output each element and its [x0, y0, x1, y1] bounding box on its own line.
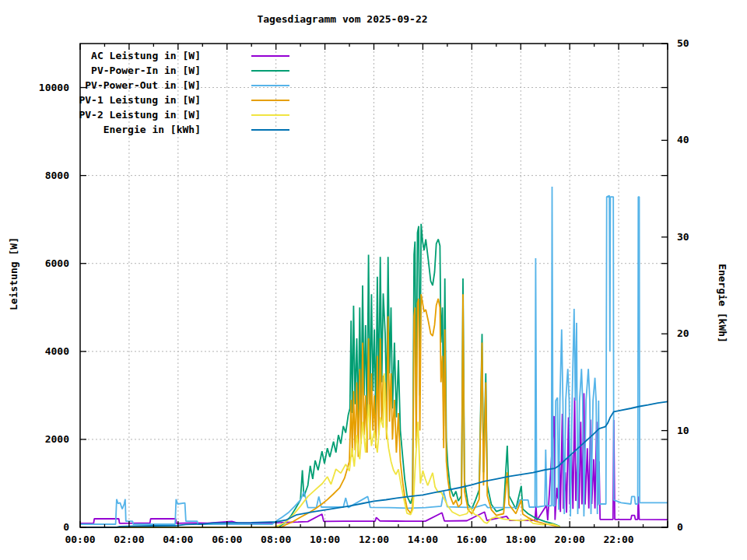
x-tick-label: 20:00: [555, 534, 585, 545]
x-tick-label: 14:00: [408, 534, 438, 545]
x-tick-label: 10:00: [310, 534, 340, 545]
y-left-tick-label: 2000: [45, 433, 69, 445]
y-left-tick-label: 10000: [39, 82, 69, 93]
y-right-tick-label: 40: [677, 134, 689, 145]
x-tick-label: 18:00: [506, 534, 536, 545]
x-tick-label: 12:00: [359, 534, 389, 545]
x-tick-label: 22:00: [604, 534, 634, 545]
legend-label-ac: AC Leistung in [W]: [91, 50, 201, 61]
y-right-tick-label: 30: [677, 231, 689, 243]
screenshot-root: { "title": "Tagesdiagramm vom 2025-09-22…: [0, 0, 747, 560]
legend-label-pv_power_out: PV-Power-Out in [W]: [85, 79, 201, 91]
x-tick-label: 08:00: [261, 534, 291, 545]
series-line-pv_power_in: [80, 224, 560, 527]
legend-label-pv1: PV-1 Leistung in [W]: [79, 94, 201, 106]
x-tick-label: 16:00: [457, 534, 487, 545]
x-tick-label: 04:00: [163, 534, 193, 545]
series-line-pv1: [80, 294, 560, 527]
y-left-tick-label: 0: [63, 521, 69, 533]
y-left-tick-label: 8000: [45, 170, 69, 181]
legend-label-energie: Energie in [kWh]: [103, 124, 201, 135]
legend-label-pv_power_in: PV-Power-In in [W]: [91, 65, 201, 76]
y-left-tick-label: 4000: [45, 345, 69, 357]
y-left-tick-label: 6000: [45, 257, 69, 269]
plot-area: 00:0002:0004:0006:0008:0010:0012:0014:00…: [0, 0, 747, 560]
y-right-tick-label: 20: [677, 327, 689, 339]
x-tick-label: 02:00: [114, 534, 144, 545]
legend-label-pv2: PV-2 Leistung in [W]: [79, 109, 201, 121]
x-tick-label: 06:00: [212, 534, 242, 545]
y-right-tick-label: 10: [677, 425, 689, 436]
y-right-tick-label: 50: [677, 37, 689, 49]
x-tick-label: 00:00: [65, 534, 95, 545]
y-right-tick-label: 0: [677, 521, 683, 533]
